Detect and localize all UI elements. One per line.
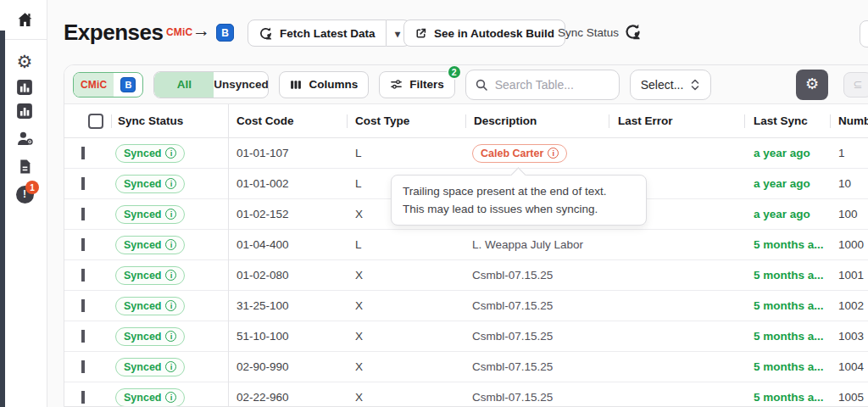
row-checkbox[interactable] (81, 238, 85, 251)
table-row[interactable]: Synced 51-10-100 X Csmbl-07.15.25 5 mont… (64, 321, 868, 352)
table-row[interactable]: Synced 01-02-080 X Csmbl-07.15.25 5 mont… (64, 260, 868, 291)
sync-status-badge: Synced (115, 266, 185, 285)
cost-type-cell: X (347, 360, 465, 373)
sync-status-badge: Synced (115, 144, 185, 163)
tab-unsynced[interactable]: Unsynced (214, 72, 268, 98)
last-sync-cell: a year ago (744, 147, 830, 159)
analytics-chart-icon[interactable] (12, 98, 37, 124)
col-header-last-error[interactable]: Last Error (609, 104, 744, 137)
filters-button[interactable]: Filters 2 (379, 71, 455, 98)
last-sync-cell: a year ago (744, 208, 830, 220)
row-checkbox[interactable] (81, 177, 85, 190)
info-icon[interactable] (165, 209, 176, 220)
col-header-cost-code[interactable]: Cost Code (228, 104, 347, 137)
col-header-description[interactable]: Description (465, 104, 609, 137)
last-sync-cell: a year ago (744, 177, 830, 190)
sidebar: 1 (0, 0, 47, 407)
filters-label: Filters (409, 78, 444, 91)
user-admin-icon[interactable] (12, 125, 37, 151)
cost-code-cell: 02-22-960 (228, 391, 347, 404)
table-row[interactable]: Synced 01-04-400 L L. Weappa July Labor … (64, 230, 868, 260)
sync-status-label: Synced (124, 239, 161, 251)
table-row[interactable]: Synced 02-90-990 X Csmbl-07.15.25 5 mont… (64, 352, 868, 382)
info-icon[interactable] (165, 178, 176, 189)
row-checkbox[interactable] (81, 208, 85, 220)
number-cell: 1005 (830, 391, 868, 404)
row-checkbox[interactable] (81, 299, 85, 312)
cmic-toggle-segment[interactable]: CMiC (74, 73, 114, 97)
table-search (465, 70, 620, 100)
info-icon[interactable] (165, 239, 176, 250)
cmic-toggle-label: CMiC (81, 79, 107, 91)
table-row[interactable]: Synced 01-01-107 L Caleb Carter a year a… (64, 138, 868, 169)
select-dropdown[interactable]: Select... (630, 70, 712, 100)
sync-status-label: Synced (124, 209, 161, 220)
col-header-cost-type[interactable]: Cost Type (347, 104, 465, 137)
header-overflow-button[interactable] (860, 20, 868, 47)
number-cell: 1002 (830, 299, 868, 312)
sync-icon (259, 26, 273, 41)
toolbar-overflow-button[interactable] (843, 72, 868, 98)
cost-code-cell: 31-25-100 (228, 299, 347, 312)
chevron-updown-icon (690, 78, 700, 92)
fetch-split-button: Fetch Latest Data (248, 20, 410, 47)
filter-icon (390, 78, 403, 91)
description-cell: Csmbl-07.15.25 (472, 360, 553, 373)
col-header-sync-status[interactable]: Sync Status (111, 104, 228, 137)
cost-type-cell: L (347, 147, 465, 159)
row-checkbox[interactable] (81, 147, 85, 159)
fetch-latest-data-label: Fetch Latest Data (280, 27, 376, 40)
arrow-right-icon (192, 20, 210, 41)
col-header-number[interactable]: Number (830, 104, 868, 137)
warning-info-icon[interactable] (548, 148, 559, 159)
info-icon[interactable] (165, 148, 176, 159)
tab-all[interactable]: All (154, 72, 214, 98)
number-cell: 1001 (830, 269, 868, 282)
cost-code-cell: 01-02-152 (228, 208, 347, 220)
last-sync-cell: 5 months a... (744, 238, 830, 251)
columns-icon (290, 79, 302, 91)
info-icon[interactable] (165, 361, 176, 372)
select-all-checkbox[interactable] (88, 114, 103, 129)
col-header-last-sync[interactable]: Last Sync (744, 104, 830, 137)
cost-code-cell: 51-10-100 (228, 330, 347, 343)
cost-type-cell: X (347, 269, 465, 282)
sync-status-icon[interactable] (624, 23, 642, 41)
info-icon[interactable] (165, 392, 176, 403)
cost-type-cell: X (347, 391, 465, 404)
build-toggle-label: B (120, 77, 136, 92)
document-icon[interactable] (12, 153, 37, 179)
last-sync-cell: 5 months a... (744, 391, 830, 404)
sync-status-label: Synced (124, 270, 161, 282)
home-icon[interactable] (12, 7, 37, 32)
description-warning-badge[interactable]: Caleb Carter (472, 144, 567, 163)
number-cell: 10 (830, 177, 868, 190)
notification-badge: 1 (25, 181, 39, 194)
columns-button[interactable]: Columns (279, 71, 369, 98)
settings-gear-icon[interactable] (12, 48, 37, 74)
tooltip-line-2: This may lead to issues when syncing. (403, 200, 635, 218)
sync-status-label: Synced (124, 148, 161, 159)
build-toggle-segment[interactable]: B (114, 73, 142, 97)
sync-status-label: Synced (124, 178, 161, 190)
columns-label: Columns (309, 78, 358, 91)
external-link-icon (415, 27, 427, 40)
row-checkbox[interactable] (81, 391, 85, 404)
row-checkbox[interactable] (81, 269, 85, 282)
table-row[interactable]: Synced 31-25-100 X Csmbl-07.15.25 5 mont… (64, 291, 868, 321)
row-checkbox[interactable] (81, 330, 85, 343)
info-icon[interactable] (165, 300, 176, 311)
table-toolbar: CMiC B All Unsynced Columns Filters 2 (64, 65, 868, 104)
report-chart-icon[interactable] (12, 75, 37, 100)
info-icon[interactable] (165, 270, 176, 281)
description-cell: Csmbl-07.15.25 (472, 269, 553, 282)
info-icon[interactable] (165, 331, 176, 342)
row-checkbox[interactable] (81, 360, 85, 373)
table-row[interactable]: Synced 02-22-960 X Csmbl-07.15.25 5 mont… (64, 382, 868, 407)
search-input[interactable] (495, 78, 605, 92)
table-settings-button[interactable] (796, 70, 828, 100)
fetch-latest-data-button[interactable]: Fetch Latest Data (248, 20, 387, 47)
description-cell: L. Weappa July Labor (472, 238, 583, 251)
source-system-toggle[interactable]: CMiC B (73, 72, 143, 98)
see-in-autodesk-build-button[interactable]: See in Autodesk Build (403, 20, 565, 47)
